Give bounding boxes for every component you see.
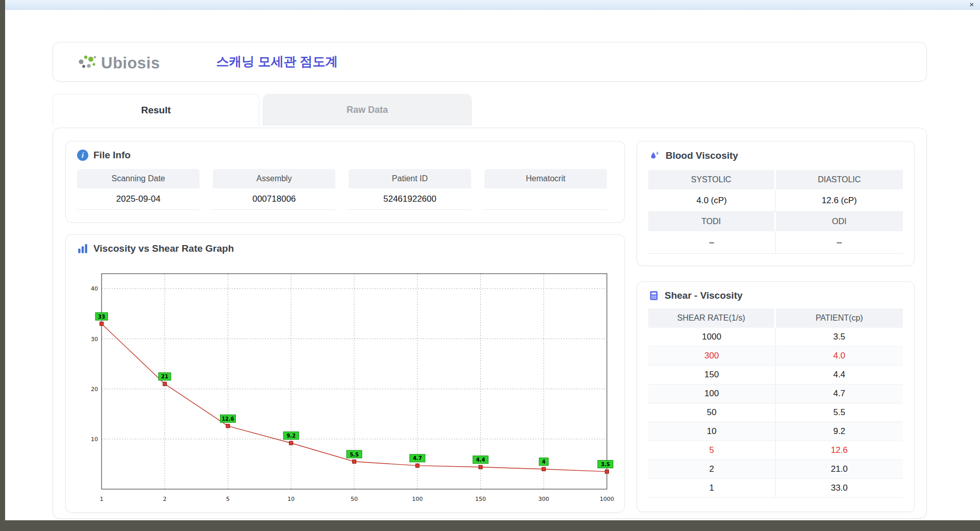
patient-cell: 4.7 — [776, 384, 903, 403]
app-header-card: Ubiosis 스캐닝 모세관 점도계 — [53, 42, 927, 82]
blood-metric-value: 12.6 (cP) — [776, 189, 903, 212]
shear-rate-cell: 5 — [648, 441, 776, 460]
water-drop-icon — [648, 150, 660, 162]
tab-result[interactable]: Result — [53, 94, 259, 126]
field-value — [484, 188, 607, 210]
graph-title: Viscosity vs Shear Rate Graph — [93, 243, 234, 254]
field-value: 52461922600 — [349, 188, 471, 210]
shear-rate-cell: 100 — [648, 384, 776, 403]
file-info-field: Patient ID52461922600 — [349, 169, 471, 210]
table-row: 133.0 — [648, 479, 903, 498]
svg-text:9.2: 9.2 — [286, 433, 296, 439]
graph-title-row: Viscosity vs Shear Rate Graph — [77, 243, 613, 254]
field-label: Hematocrit — [484, 169, 607, 188]
svg-text:20: 20 — [91, 386, 98, 393]
blood-metric-label: ODI — [776, 212, 903, 231]
blood-metric-label: DIASTOLIC — [776, 170, 903, 189]
patient-cell: 12.6 — [776, 441, 903, 460]
patient-cell: 5.5 — [776, 403, 903, 422]
viscosity-chart: 1020304012510501001503001000332112.69.25… — [83, 267, 614, 506]
info-icon: i — [77, 150, 88, 161]
svg-text:40: 40 — [91, 285, 98, 292]
patient-cell: 4.4 — [776, 366, 903, 384]
blood-metric-value: – — [776, 231, 903, 254]
table-row: 1504.4 — [648, 366, 903, 384]
svg-text:4.4: 4.4 — [476, 457, 485, 463]
table-row: 1004.7 — [648, 384, 903, 403]
svg-text:5: 5 — [226, 496, 230, 502]
field-label: Assembly — [213, 169, 335, 188]
tab-raw-data[interactable]: Raw Data — [263, 94, 472, 126]
patient-cell: 4.0 — [776, 347, 903, 365]
field-value: 000718006 — [213, 188, 335, 210]
window-titlebar: × — [5, 0, 980, 10]
shear-rate-cell: 1 — [648, 479, 776, 497]
shear-viscosity-title: Shear - Viscosity — [665, 290, 743, 301]
shear-rate-cell: 10 — [648, 422, 776, 441]
bar-chart-icon — [77, 243, 88, 254]
shear-rate-cell: 1000 — [648, 328, 776, 346]
content-card: i File Info Scanning Date2025-09-04Assem… — [53, 128, 927, 519]
tab-bar: Result Raw Data — [53, 94, 927, 126]
ubiosis-logo: Ubiosis — [78, 53, 160, 71]
file-info-title-row: i File Info — [77, 150, 613, 161]
svg-text:10: 10 — [287, 496, 295, 502]
shear-viscosity-card: Shear - Viscosity SHEAR RATE(1/s)PATIENT… — [636, 281, 915, 512]
logo-dots-icon — [78, 53, 98, 71]
blood-metric-label: TODI — [648, 212, 776, 231]
svg-text:21: 21 — [161, 374, 168, 379]
shear-rate-cell: 150 — [648, 366, 776, 384]
patient-cell: 3.5 — [776, 328, 903, 346]
svg-text:5.5: 5.5 — [350, 452, 359, 457]
table-row: 505.5 — [648, 403, 903, 422]
table-row: 10003.5 — [648, 328, 903, 347]
svg-text:10: 10 — [91, 436, 98, 443]
svg-text:150: 150 — [475, 496, 486, 502]
field-value: 2025-09-04 — [77, 188, 200, 210]
table-row: 3004.0 — [648, 347, 903, 366]
svg-text:12.6: 12.6 — [222, 416, 234, 422]
svg-text:3.5: 3.5 — [601, 462, 610, 467]
app-window: × Ubiosis 스캐닝 모세관 점도계 Result Ra — [5, 0, 980, 520]
file-info-field: Scanning Date2025-09-04 — [77, 169, 200, 210]
shear-table-header-row: SHEAR RATE(1/s)PATIENT(cp) — [648, 308, 903, 328]
blood-viscosity-title-row: Blood Viscosity — [648, 150, 903, 162]
table-row: 512.6 — [648, 441, 903, 460]
file-info-field: Assembly000718006 — [213, 169, 335, 210]
table-row: 109.2 — [648, 422, 903, 441]
patient-cell: 21.0 — [776, 460, 903, 478]
shear-table-header: SHEAR RATE(1/s) — [648, 308, 776, 328]
y-axis-labels: 10203040 — [91, 285, 98, 442]
field-label: Scanning Date — [77, 169, 200, 188]
window-close-button[interactable]: × — [969, 0, 974, 9]
shear-viscosity-table: SHEAR RATE(1/s)PATIENT(cp)10003.53004.01… — [648, 308, 903, 498]
file-info-field: Hematocrit — [484, 169, 607, 210]
svg-text:4.7: 4.7 — [413, 455, 422, 461]
svg-text:1000: 1000 — [600, 496, 614, 502]
graph-card: Viscosity vs Shear Rate Graph 1020304012… — [65, 234, 625, 513]
shear-rate-cell: 300 — [648, 347, 776, 365]
shear-rate-cell: 50 — [648, 403, 776, 422]
field-label: Patient ID — [349, 169, 471, 188]
x-axis-labels: 12510501001503001000 — [100, 496, 615, 502]
blood-viscosity-title: Blood Viscosity — [666, 150, 738, 161]
svg-text:4: 4 — [542, 459, 546, 465]
file-info-title: File Info — [93, 150, 131, 161]
logo-text: Ubiosis — [101, 55, 160, 71]
shear-viscosity-title-row: Shear - Viscosity — [648, 290, 903, 301]
patient-cell: 9.2 — [776, 422, 903, 441]
shear-rate-cell: 2 — [648, 460, 776, 478]
table-row: 221.0 — [648, 460, 903, 479]
file-info-card: i File Info Scanning Date2025-09-04Assem… — [65, 141, 625, 223]
svg-text:2: 2 — [163, 496, 166, 502]
blood-viscosity-grid: SYSTOLICDIASTOLIC4.0 (cP)12.6 (cP)TODIOD… — [648, 170, 903, 254]
svg-text:30: 30 — [91, 336, 98, 343]
app-title: 스캐닝 모세관 점도계 — [216, 53, 338, 71]
blood-viscosity-card: Blood Viscosity SYSTOLICDIASTOLIC4.0 (cP… — [636, 141, 915, 266]
page: Ubiosis 스캐닝 모세관 점도계 Result Raw Data i Fi… — [5, 10, 980, 520]
svg-text:1: 1 — [100, 496, 104, 502]
svg-text:100: 100 — [412, 496, 423, 502]
svg-text:50: 50 — [351, 496, 358, 502]
blood-metric-value: – — [648, 231, 776, 254]
svg-text:300: 300 — [538, 496, 549, 502]
